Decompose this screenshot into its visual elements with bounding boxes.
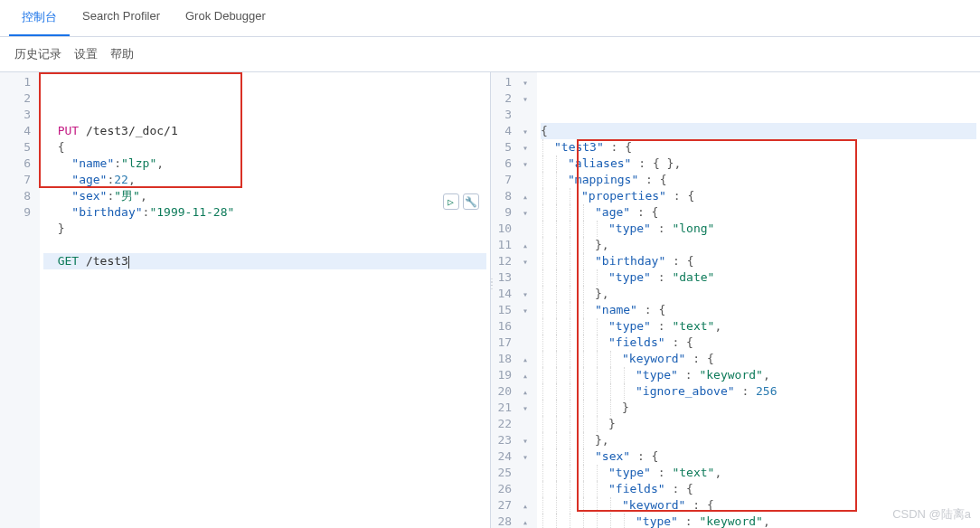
request-options-button[interactable]: 🔧	[463, 193, 479, 210]
request-code[interactable]: PUT /test3/_doc/1 { "name":"lzp", "age":…	[40, 72, 490, 528]
watermark: CSDN @陆离a	[892, 506, 971, 523]
request-actions: ▷ 🔧	[443, 193, 479, 210]
menu-help[interactable]: 帮助	[110, 46, 134, 62]
response-code: {"test3" : {"aliases" : { },"mappings" :…	[537, 72, 980, 528]
editor-split: 123456789 PUT /test3/_doc/1 { "name":"lz…	[0, 71, 980, 528]
request-editor[interactable]: 123456789 PUT /test3/_doc/1 { "name":"lz…	[0, 72, 491, 528]
menu-history[interactable]: 历史记录	[14, 46, 61, 62]
run-request-button[interactable]: ▷	[443, 193, 459, 210]
menu-settings[interactable]: 设置	[74, 46, 98, 62]
tab-console[interactable]: 控制台	[9, 0, 70, 36]
response-viewer[interactable]: ⋮⋮ 1 ▾2 ▾3 4 ▾5 ▾6 ▾7 8 ▴9 ▾10 11 ▴12 ▾1…	[491, 72, 981, 528]
menu-bar: 历史记录 设置 帮助	[0, 37, 980, 71]
request-gutter: 123456789	[0, 72, 40, 528]
tab-search-profiler[interactable]: Search Profiler	[70, 0, 173, 36]
pane-divider-icon[interactable]: ⋮⋮	[491, 280, 496, 288]
tab-grok-debugger[interactable]: Grok Debugger	[173, 0, 278, 36]
response-gutter: 1 ▾2 ▾3 4 ▾5 ▾6 ▾7 8 ▴9 ▾10 11 ▴12 ▾13 1…	[491, 72, 537, 528]
tab-bar: 控制台 Search Profiler Grok Debugger	[0, 0, 980, 37]
